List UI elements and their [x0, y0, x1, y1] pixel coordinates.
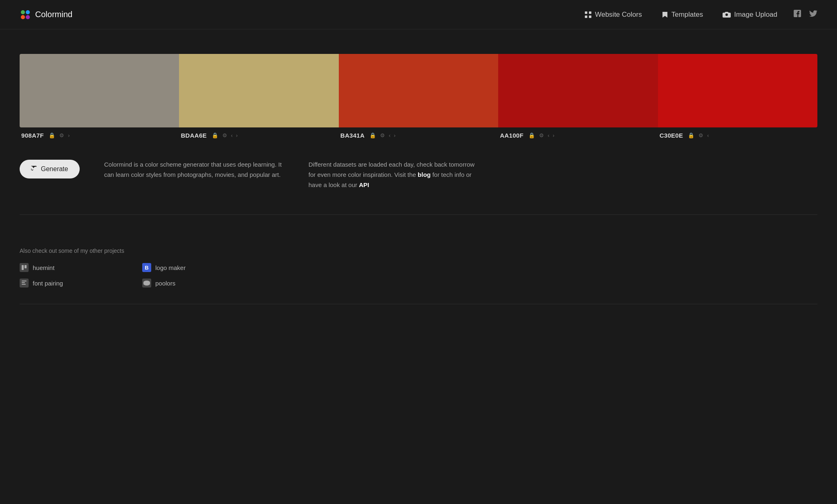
svg-rect-10 [22, 281, 27, 281]
hex-value-3: BA341A [340, 132, 365, 139]
font-pairing-icon [20, 279, 29, 288]
grid-icon [584, 11, 592, 18]
nav-image-upload[interactable]: Image Upload [723, 11, 777, 19]
lock-icon-1[interactable]: 🔒 [48, 132, 56, 139]
arrow-left-5[interactable]: ‹ [707, 132, 709, 139]
adjust-icon-1[interactable]: ⚙ [58, 132, 65, 139]
navbar: Colormind Website Colors Templates Image… [0, 0, 837, 29]
logo-maker-icon: B [142, 263, 151, 272]
hex-value-5: C30E0E [660, 132, 683, 139]
camera-icon [723, 11, 731, 18]
description-right: Different datasets are loaded each day, … [309, 160, 480, 190]
svg-rect-7 [589, 16, 591, 18]
blog-link[interactable]: blog [418, 171, 431, 178]
color-palette [20, 54, 817, 127]
api-link[interactable]: API [359, 181, 369, 188]
footer: Also check out some of my other projects… [0, 248, 837, 345]
adjust-icon-4[interactable]: ⚙ [538, 132, 545, 139]
bookmark-icon [662, 11, 668, 18]
main-content: 908A7F 🔒 ⚙ › BDAA6E 🔒 ⚙ ‹ › BA341A 🔒 ⚙ ‹… [0, 29, 837, 248]
color-labels-row: 908A7F 🔒 ⚙ › BDAA6E 🔒 ⚙ ‹ › BA341A 🔒 ⚙ ‹… [20, 127, 817, 143]
color-swatch-2[interactable] [179, 54, 338, 127]
project-logo-maker[interactable]: B logo maker [142, 263, 232, 272]
project-font-pairing[interactable]: font pairing [20, 279, 110, 288]
description-left: Colormind is a color scheme generator th… [104, 160, 284, 180]
svg-rect-4 [585, 11, 587, 14]
arrow-right-3[interactable]: › [393, 132, 396, 139]
svg-point-2 [21, 15, 25, 19]
logo-text: Colormind [35, 10, 72, 19]
nav-socials [794, 10, 817, 19]
color-swatch-4[interactable] [498, 54, 658, 127]
color-swatch-5[interactable] [658, 54, 817, 127]
arrow-left-2[interactable]: ‹ [231, 132, 233, 139]
twitter-icon [809, 10, 817, 17]
svg-rect-11 [22, 282, 25, 283]
font-pairing-label: font pairing [33, 280, 63, 287]
facebook-icon [794, 10, 801, 17]
lock-icon-3[interactable]: 🔒 [369, 132, 377, 139]
color-label-4: AA100F 🔒 ⚙ ‹ › [498, 127, 658, 143]
svg-rect-6 [585, 16, 587, 18]
svg-rect-9 [25, 265, 27, 268]
facebook-link[interactable] [794, 10, 801, 19]
lock-icon-5[interactable]: 🔒 [687, 132, 695, 139]
adjust-icon-2[interactable]: ⚙ [222, 132, 228, 139]
color-label-2: BDAA6E 🔒 ⚙ ‹ › [179, 127, 338, 143]
twitter-link[interactable] [809, 10, 817, 19]
logo-maker-label: logo maker [155, 264, 186, 271]
adjust-icon-3[interactable]: ⚙ [379, 132, 386, 139]
hex-value-1: 908A7F [21, 132, 44, 139]
arrow-left-4[interactable]: ‹ [547, 132, 550, 139]
logo-link[interactable]: Colormind [20, 9, 72, 20]
color-swatch-1[interactable] [20, 54, 179, 127]
footer-divider [20, 304, 817, 304]
poolors-icon [142, 279, 151, 288]
footer-title: Also check out some of my other projects [20, 248, 817, 254]
refresh-icon [31, 166, 38, 172]
adjust-icon-5[interactable]: ⚙ [698, 132, 704, 139]
svg-rect-8 [22, 265, 24, 270]
logo-icon [20, 9, 31, 20]
section-divider [20, 214, 817, 215]
svg-rect-12 [22, 284, 26, 285]
svg-point-1 [26, 10, 30, 14]
nav-website-colors[interactable]: Website Colors [584, 11, 642, 19]
actions-row: Generate Colormind is a color scheme gen… [20, 160, 817, 190]
lock-icon-2[interactable]: 🔒 [211, 132, 219, 139]
arrow-right-4[interactable]: › [552, 132, 555, 139]
project-poolors[interactable]: poolors [142, 279, 232, 288]
project-huemint[interactable]: huemint [20, 263, 110, 272]
arrow-right-2[interactable]: › [235, 132, 238, 139]
poolors-label: poolors [155, 280, 175, 287]
huemint-label: huemint [33, 264, 54, 271]
color-label-5: C30E0E 🔒 ⚙ ‹ [658, 127, 817, 143]
huemint-icon [20, 263, 29, 272]
color-label-3: BA341A 🔒 ⚙ ‹ › [339, 127, 498, 143]
footer-projects: huemint B logo maker font pairing [20, 263, 817, 288]
svg-point-3 [26, 15, 30, 19]
svg-rect-5 [589, 11, 591, 14]
generate-button[interactable]: Generate [20, 160, 80, 178]
lock-icon-4[interactable]: 🔒 [528, 132, 536, 139]
svg-point-0 [21, 10, 25, 14]
arrow-left-3[interactable]: ‹ [388, 132, 391, 139]
nav-templates[interactable]: Templates [662, 11, 703, 19]
color-label-1: 908A7F 🔒 ⚙ › [20, 127, 179, 143]
nav-links: Website Colors Templates Image Upload [584, 11, 777, 19]
color-swatch-3[interactable] [339, 54, 498, 127]
hex-value-2: BDAA6E [181, 132, 206, 139]
arrow-right-1[interactable]: › [67, 132, 70, 139]
hex-value-4: AA100F [500, 132, 524, 139]
